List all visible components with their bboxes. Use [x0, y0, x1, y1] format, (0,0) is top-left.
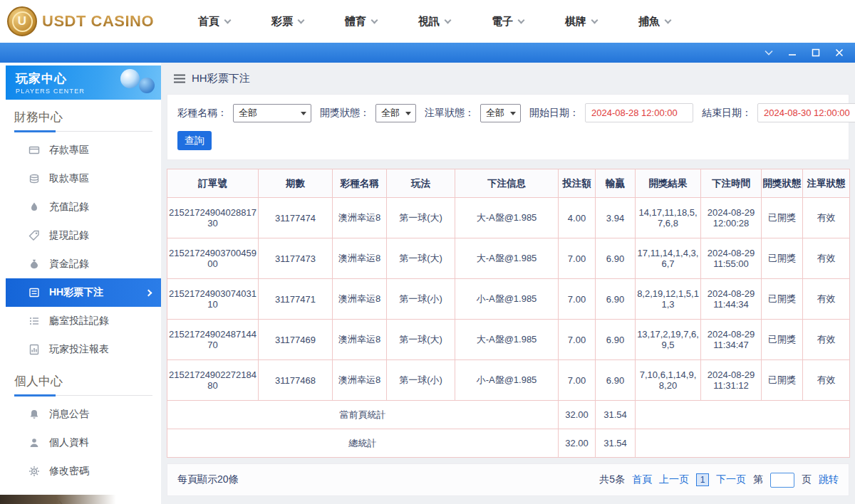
col-bet-time: 下注時間	[701, 169, 762, 198]
cell-bet-info: 小-A盤@1.985	[455, 360, 559, 401]
lottery-type-select[interactable]: 全部	[233, 104, 311, 122]
per-page-label: 每頁顯示20條	[177, 473, 239, 486]
page-total-win: 31.54	[596, 401, 636, 429]
col-draw-result: 開獎結果	[636, 169, 701, 198]
table-row: 2152172490307403110 31177471 澳洲幸运8 第一球(小…	[167, 279, 850, 320]
sidebar-item-label: 存款專區	[49, 144, 89, 157]
page-title-bar: HH彩票下注	[174, 72, 849, 85]
lottery-type-label: 彩種名稱：	[177, 107, 227, 120]
report-chart-icon	[28, 344, 40, 355]
gear-icon	[28, 466, 40, 477]
cell-bet-info: 大-A盤@1.985	[455, 198, 559, 238]
money-bag-icon	[28, 258, 40, 270]
prev-page-link[interactable]: 上一页	[659, 473, 689, 486]
sidebar-item-deposit[interactable]: 存款專區	[6, 136, 161, 164]
sidebar-item-player-bet-report[interactable]: 玩家投注報表	[6, 335, 161, 364]
cell-play-type: 第一球(大)	[387, 198, 455, 238]
nav-item-home[interactable]: 首頁	[198, 15, 230, 28]
nav-label: 彩票	[271, 15, 293, 28]
end-date-input[interactable]	[757, 103, 855, 122]
nav-item-sports[interactable]: 體育	[345, 15, 377, 28]
background-image-peek	[0, 495, 161, 504]
col-order-status: 注單狀態	[803, 169, 850, 198]
page-total-row: 當前頁統計 32.00 31.54	[167, 401, 850, 429]
page-jump-input[interactable]	[770, 473, 794, 488]
nav-item-fishing[interactable]: 捕魚	[638, 15, 670, 28]
start-date-label: 開始日期：	[529, 107, 579, 120]
sidebar-item-withdraw[interactable]: 取款專區	[6, 164, 161, 193]
order-status-select[interactable]: 全部	[480, 104, 521, 122]
main-content: HH彩票下注 彩種名稱： 全部 開獎狀態： 全部 注單狀態： 全部 開始日期： …	[161, 63, 855, 504]
cell-order-no: 2152172490248714470	[167, 320, 259, 360]
nav-item-slots[interactable]: 電子	[492, 15, 524, 28]
sidebar-item-profile[interactable]: 個人資料	[6, 429, 161, 457]
sidebar-item-withdrawal-records[interactable]: 提現記錄	[6, 221, 161, 250]
maximize-button[interactable]	[809, 46, 823, 60]
cell-bet-time: 2024-08-29 11:55:00	[701, 238, 762, 279]
sidebar-item-label: 消息公告	[49, 408, 89, 421]
page-total-bet: 32.00	[559, 401, 596, 429]
table-row: 2152172490402881730 31177474 澳洲幸运8 第一球(大…	[167, 198, 850, 238]
chevron-down-icon	[591, 16, 598, 23]
table-row: 2152172490248714470 31177469 澳洲幸运8 第一球(大…	[167, 320, 850, 360]
page-jump-suffix: 页	[802, 473, 812, 486]
cell-draw-result: 17,11,14,1,4,3,6,7	[636, 238, 701, 279]
page-total-empty	[636, 401, 850, 429]
minimize-button[interactable]	[785, 46, 799, 60]
cell-bet-info: 大-A盤@1.985	[455, 238, 559, 279]
cell-win-loss: 6.90	[596, 238, 636, 279]
table-header-row: 訂單號 期數 彩種名稱 玩法 下注信息 投注額 輸贏 開獎結果 下注時間 開獎狀…	[167, 169, 850, 198]
usdt-coin-icon: U	[7, 6, 37, 36]
sidebar-item-funds-records[interactable]: 資金記錄	[6, 250, 161, 278]
search-button[interactable]: 查詢	[177, 131, 212, 150]
cell-lottery-name: 澳洲幸运8	[333, 320, 387, 360]
hamburger-menu-icon[interactable]	[174, 74, 185, 83]
chevron-down-icon	[518, 16, 525, 23]
section-title-personal: 個人中心	[14, 372, 152, 396]
sidebar-item-recharge-records[interactable]: 充值記錄	[6, 193, 161, 221]
select-value: 全部	[239, 107, 257, 120]
chevron-down-icon	[665, 16, 672, 23]
collapse-button[interactable]	[762, 46, 776, 60]
current-page-indicator[interactable]: 1	[696, 473, 709, 486]
site-logo[interactable]: U USDT CASINO	[7, 6, 154, 36]
nav-item-lottery[interactable]: 彩票	[271, 15, 304, 28]
cell-period: 31177471	[259, 279, 333, 320]
col-bet-info: 下注信息	[455, 169, 559, 198]
sidebar-item-hh-lottery-bets[interactable]: HH彩票下注	[6, 278, 161, 307]
cell-bet-time: 2024-08-29 11:44:34	[701, 279, 762, 320]
first-page-link[interactable]: 首頁	[632, 473, 652, 486]
person-icon	[28, 437, 40, 448]
jump-button[interactable]: 跳转	[819, 473, 839, 486]
col-draw-status: 開獎狀態	[762, 169, 803, 198]
col-bet-amount: 投注額	[559, 169, 596, 198]
cell-lottery-name: 澳洲幸运8	[333, 360, 387, 401]
cell-win-loss: 6.90	[596, 360, 636, 401]
draw-status-select[interactable]: 全部	[375, 104, 416, 122]
sidebar-item-room-bet-records[interactable]: 廳室投註記錄	[6, 307, 161, 335]
start-date-input[interactable]	[585, 103, 693, 122]
sidebar-item-label: 取款專區	[49, 172, 89, 185]
nav-item-live-video[interactable]: 視訊	[418, 15, 450, 28]
col-period: 期數	[259, 169, 333, 198]
personal-menu: 消息公告 個人資料 修改密碼	[6, 400, 161, 485]
sidebar-item-label: 資金記錄	[49, 258, 89, 271]
cell-draw-result: 7,10,6,1,14,9,8,20	[636, 360, 701, 401]
next-page-link[interactable]: 下一页	[716, 473, 746, 486]
bets-table-wrap: 訂單號 期數 彩種名稱 玩法 下注信息 投注額 輸贏 開獎結果 下注時間 開獎狀…	[167, 169, 849, 458]
sidebar-item-change-password[interactable]: 修改密碼	[6, 457, 161, 485]
col-play-type: 玩法	[387, 169, 455, 198]
close-button[interactable]	[832, 46, 846, 60]
nav-item-card-games[interactable]: 棋牌	[565, 15, 597, 28]
page-total-label: 當前頁統計	[167, 401, 559, 429]
cell-draw-status: 已開獎	[762, 320, 803, 360]
billiard-ball-icon	[120, 69, 140, 88]
nav-label: 捕魚	[638, 15, 660, 28]
coins-icon	[28, 173, 40, 184]
cell-order-status: 有效	[803, 279, 850, 320]
sidebar-item-announcements[interactable]: 消息公告	[6, 400, 161, 429]
cell-lottery-name: 澳洲幸运8	[333, 198, 387, 238]
billiard-ball-icon	[139, 78, 155, 93]
cell-order-no: 2152172490307403110	[167, 279, 259, 320]
cell-play-type: 第一球(小)	[387, 279, 455, 320]
